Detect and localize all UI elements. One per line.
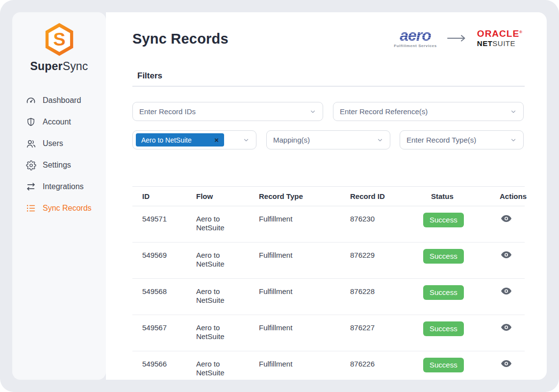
cell-flow: Aero to NetSuite <box>186 243 249 269</box>
view-record-button[interactable] <box>500 214 513 225</box>
view-record-button[interactable] <box>500 286 513 297</box>
cell-record-type: Fulfillment <box>249 279 340 296</box>
table-row: 549568 Aero to NetSuite Fulfillment 8762… <box>132 279 525 315</box>
cell-record-id: 876226 <box>340 351 421 368</box>
table-row: 549571 Aero to NetSuite Fulfillment 8762… <box>132 206 525 243</box>
remove-tag-icon[interactable]: × <box>214 136 219 144</box>
sidebar-item-integrations[interactable]: Integrations <box>12 176 106 197</box>
view-record-button[interactable] <box>500 322 513 334</box>
table-body: 549571 Aero to NetSuite Fulfillment 8762… <box>132 206 525 380</box>
table-header-row: ID Flow Record Type Record ID Status Act… <box>132 186 525 206</box>
cell-status: Success <box>421 351 490 372</box>
chevron-down-icon <box>243 137 250 144</box>
sidebar-item-account[interactable]: Account <box>12 111 106 133</box>
eye-icon <box>501 323 512 331</box>
filters-heading: Filters <box>137 71 162 81</box>
status-badge: Success <box>423 285 464 300</box>
record-ids-select[interactable]: Enter Record IDs <box>132 102 323 121</box>
users-icon <box>25 138 36 149</box>
table-row: 549569 Aero to NetSuite Fulfillment 8762… <box>132 243 525 279</box>
flow-tag-label: Aero to NetSuite <box>141 136 192 144</box>
cell-record-type: Fulfillment <box>249 206 340 223</box>
sidebar-item-label: Users <box>43 139 63 148</box>
brand-name-light: Sync <box>63 60 88 73</box>
cell-id: 549568 <box>132 279 186 296</box>
sync-records-table: ID Flow Record Type Record ID Status Act… <box>132 186 525 380</box>
cell-actions <box>490 279 525 297</box>
record-types-placeholder: Enter Record Type(s) <box>407 136 510 144</box>
cell-flow: Aero to NetSuite <box>186 206 249 233</box>
cell-actions <box>490 351 525 370</box>
svg-text:S: S <box>53 29 65 49</box>
cell-flow: Aero to NetSuite <box>186 315 249 342</box>
column-header-actions: Actions <box>490 192 532 200</box>
app-window: S SuperSync Dashboard Account <box>0 0 559 392</box>
cell-actions <box>490 206 525 225</box>
sidebar-item-dashboard[interactable]: Dashboard <box>12 90 106 111</box>
sidebar: S SuperSync Dashboard Account <box>12 12 106 380</box>
brand-block: S SuperSync <box>12 12 106 73</box>
mappings-select[interactable]: Mapping(s) <box>266 130 390 149</box>
status-badge: Success <box>423 213 464 227</box>
status-badge: Success <box>423 321 464 336</box>
brand-name: SuperSync <box>30 60 88 73</box>
status-badge: Success <box>423 358 464 372</box>
cell-status: Success <box>421 315 490 336</box>
record-types-select[interactable]: Enter Record Type(s) <box>400 130 524 149</box>
sidebar-item-label: Integrations <box>43 182 84 191</box>
view-record-button[interactable] <box>500 250 513 261</box>
oracle-wordmark: ORACLE® <box>477 28 523 39</box>
eye-icon <box>501 251 512 259</box>
eye-icon <box>501 215 512 222</box>
table-row: 549566 Aero to NetSuite Fulfillment 8762… <box>132 351 525 380</box>
cell-record-type: Fulfillment <box>249 315 340 332</box>
flow-tag: Aero to NetSuite × <box>136 133 224 147</box>
flows-select[interactable]: Aero to NetSuite × <box>132 130 256 149</box>
cell-id: 549571 <box>132 206 186 223</box>
filters-divider <box>132 86 525 87</box>
column-header-id: ID <box>132 192 186 200</box>
status-badge: Success <box>423 249 464 264</box>
sidebar-item-sync-records[interactable]: Sync Records <box>12 197 106 219</box>
sidebar-item-label: Settings <box>43 161 71 170</box>
eye-icon <box>501 287 512 295</box>
cell-flow: Aero to NetSuite <box>186 351 249 378</box>
sidebar-item-label: Sync Records <box>43 204 92 213</box>
chevron-down-icon <box>510 108 517 115</box>
record-references-select[interactable]: Enter Record Reference(s) <box>333 102 524 121</box>
brand-name-bold: Super <box>30 60 62 73</box>
cell-actions <box>490 243 525 261</box>
record-references-placeholder: Enter Record Reference(s) <box>340 107 510 116</box>
chevron-down-icon <box>510 137 517 144</box>
netsuite-wordmark: NETSUITE <box>477 39 523 48</box>
cell-record-id: 876230 <box>340 206 421 223</box>
view-record-button[interactable] <box>500 359 513 370</box>
page-title: Sync Records <box>132 31 229 47</box>
list-icon <box>25 203 36 214</box>
record-ids-placeholder: Enter Record IDs <box>139 107 309 116</box>
cell-record-type: Fulfillment <box>249 243 340 260</box>
cell-record-id: 876228 <box>340 279 421 296</box>
sidebar-item-settings[interactable]: Settings <box>12 154 106 176</box>
eye-icon <box>501 360 512 368</box>
cell-record-id: 876227 <box>340 315 421 332</box>
aero-logo: aero Fulfillment Services <box>394 28 437 48</box>
arrow-right-icon <box>447 34 467 43</box>
cell-status: Success <box>421 206 490 227</box>
chevron-down-icon <box>309 108 316 115</box>
gear-icon <box>25 160 36 171</box>
sidebar-item-users[interactable]: Users <box>12 133 106 154</box>
gauge-icon <box>25 95 36 106</box>
cell-id: 549569 <box>132 243 186 260</box>
cell-actions <box>490 315 525 334</box>
cell-status: Success <box>421 243 490 264</box>
sidebar-nav: Dashboard Account Users <box>12 90 106 219</box>
mappings-placeholder: Mapping(s) <box>273 136 377 144</box>
column-header-record-id: Record ID <box>340 192 421 200</box>
cell-flow: Aero to NetSuite <box>186 279 249 305</box>
cell-id: 549567 <box>132 315 186 332</box>
cell-record-id: 876229 <box>340 243 421 260</box>
aero-tagline: Fulfillment Services <box>394 44 437 48</box>
table-row: 549567 Aero to NetSuite Fulfillment 8762… <box>132 315 525 351</box>
aero-wordmark: aero <box>400 28 431 43</box>
